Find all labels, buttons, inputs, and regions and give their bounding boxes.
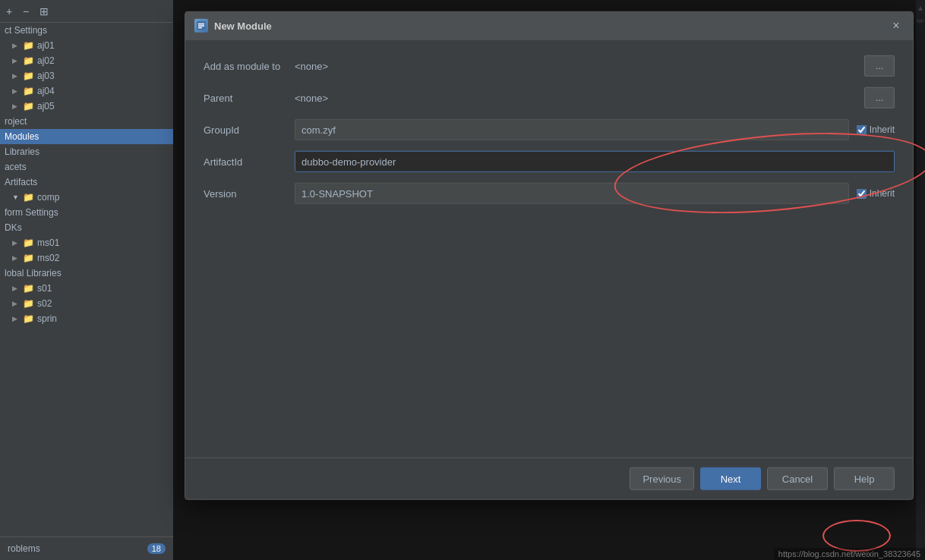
collapse-arrow: ▶ (12, 254, 20, 262)
collapse-arrow: ▶ (12, 42, 20, 49)
sidebar-item-ms02[interactable]: ▶ 📁 ms02 (0, 250, 173, 266)
label: aj01 (37, 40, 55, 51)
folder-icon: 📁 (23, 101, 34, 112)
inherit-label: Inherit (870, 188, 895, 199)
version-row: Version Inherit (204, 183, 895, 204)
sidebar-item-artifacts[interactable]: Artifacts (0, 175, 173, 190)
sidebar-item-aj03[interactable]: ▶ 📁 aj03 (0, 68, 173, 83)
inherit-label: Inherit (870, 124, 895, 135)
sidebar-item-aj01[interactable]: ▶ 📁 aj01 (0, 38, 173, 53)
sidebar-item-aj04[interactable]: ▶ 📁 aj04 (0, 83, 173, 99)
svg-rect-1 (198, 24, 204, 25)
sidebar-item-facets[interactable]: acets (0, 159, 173, 175)
help-button[interactable]: Help (834, 467, 895, 490)
label: comp (37, 192, 59, 203)
sidebar-item-aj02[interactable]: ▶ 📁 aj02 (0, 53, 173, 68)
parent-row: Parent <none> ... (204, 87, 895, 109)
label: s02 (37, 298, 52, 309)
label: acets (5, 162, 27, 172)
label: Modules (5, 131, 39, 142)
label: Artifacts (5, 177, 37, 187)
new-module-dialog: New Module × Add as module to <none> ...… (185, 11, 914, 500)
collapse-arrow: ▶ (12, 239, 20, 247)
group-id-inherit-checkbox[interactable] (857, 124, 867, 134)
layout-icon[interactable]: ⊞ (39, 5, 52, 17)
sidebar-item-libraries[interactable]: Libraries (0, 144, 173, 159)
collapse-arrow: ▶ (12, 87, 20, 95)
label: DKs (5, 222, 22, 233)
dialog-spacer (204, 215, 895, 442)
dialog-title: New Module (214, 20, 882, 31)
svg-rect-2 (198, 25, 204, 27)
collapse-arrow: ▶ (12, 102, 20, 110)
label: ct Settings (5, 25, 47, 36)
cancel-button[interactable]: Cancel (767, 467, 828, 490)
previous-button[interactable]: Previous (630, 467, 694, 490)
folder-icon: 📁 (23, 71, 34, 81)
group-id-input[interactable] (295, 119, 849, 140)
group-id-row: GroupId Inherit (204, 119, 895, 140)
label: aj03 (37, 71, 55, 81)
collapse-arrow: ▶ (12, 300, 20, 307)
add-icon[interactable]: + (6, 5, 18, 17)
dialog-header: New Module × (185, 12, 913, 40)
add-as-module-label: Add as module to (204, 60, 295, 71)
sidebar-item-platform-settings[interactable]: form Settings (0, 205, 173, 220)
sidebar-item-global-libraries[interactable]: lobal Libraries (0, 266, 173, 281)
label: roject (5, 116, 27, 127)
folder-icon: 📁 (23, 313, 34, 324)
version-input[interactable] (295, 183, 849, 204)
problems-badge: 18 (147, 543, 166, 554)
folder-icon: 📁 (23, 283, 34, 294)
label: aj05 (37, 101, 55, 112)
sidebar-item-aj05[interactable]: ▶ 📁 aj05 (0, 99, 173, 114)
problems-row[interactable]: roblems 18 (6, 540, 167, 557)
folder-icon: 📁 (23, 192, 34, 203)
group-id-label: GroupId (204, 124, 295, 135)
label: aj02 (37, 55, 55, 66)
add-as-module-browse-button[interactable]: ... (864, 55, 895, 77)
sidebar-item-settings[interactable]: ct Settings (0, 23, 173, 38)
dialog-body: Add as module to <none> ... Parent <none… (185, 40, 913, 458)
remove-icon[interactable]: − (23, 5, 35, 17)
label: ms01 (37, 238, 59, 248)
add-as-module-value: <none> (295, 60, 857, 71)
artifact-id-label: ArtifactId (204, 156, 295, 167)
sidebar-item-spring[interactable]: ▶ 📁 sprin (0, 311, 173, 326)
version-inherit[interactable]: Inherit (857, 188, 895, 199)
folder-icon: 📁 (23, 238, 34, 248)
label: aj04 (37, 86, 55, 96)
folder-icon: 📁 (23, 298, 34, 309)
close-button[interactable]: × (889, 18, 904, 33)
sidebar-item-project[interactable]: roject (0, 114, 173, 129)
next-button[interactable]: Next (700, 467, 761, 490)
collapse-arrow: ▶ (12, 57, 20, 64)
folder-icon: 📁 (23, 40, 34, 51)
label: Libraries (5, 146, 39, 157)
version-inherit-checkbox[interactable] (857, 188, 867, 198)
folder-icon: 📁 (23, 86, 34, 96)
folder-icon: 📁 (23, 55, 34, 66)
parent-browse-button[interactable]: ... (864, 87, 895, 109)
sidebar-item-s02[interactable]: ▶ 📁 s02 (0, 296, 173, 311)
sidebar-item-sdks[interactable]: DKs (0, 220, 173, 235)
sidebar-item-s01[interactable]: ▶ 📁 s01 (0, 281, 173, 296)
sidebar-item-comp[interactable]: ▼ 📁 comp (0, 190, 173, 205)
parent-label: Parent (204, 92, 295, 103)
folder-icon: 📁 (23, 253, 34, 263)
sidebar-item-modules[interactable]: Modules (0, 129, 173, 144)
main-area: New Module × Add as module to <none> ...… (173, 0, 925, 560)
label: form Settings (5, 207, 58, 218)
collapse-arrow: ▶ (12, 285, 20, 292)
dialog-footer: Previous Next Cancel Help (185, 458, 913, 499)
sidebar-bottom: roblems 18 (0, 536, 173, 560)
artifact-id-input[interactable] (295, 151, 895, 172)
sidebar: + − ⊞ ct Settings ▶ 📁 aj01 ▶ 📁 aj02 ▶ 📁 … (0, 0, 173, 560)
group-id-inherit[interactable]: Inherit (857, 124, 895, 135)
label: sprin (37, 313, 57, 324)
collapse-arrow: ▶ (12, 72, 20, 80)
version-label: Version (204, 187, 295, 199)
dialog-icon (194, 19, 208, 33)
sidebar-item-ms01[interactable]: ▶ 📁 ms01 (0, 235, 173, 250)
problems-label: roblems (8, 543, 40, 554)
